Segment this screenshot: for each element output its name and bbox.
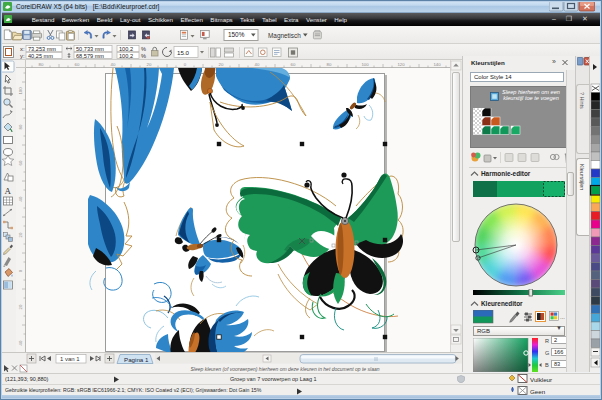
svg-text:40: 40 xyxy=(18,340,23,345)
svg-text:120: 120 xyxy=(397,62,405,67)
svg-text:%: % xyxy=(141,46,146,52)
svg-text:Magnetisch: Magnetisch xyxy=(268,32,301,40)
svg-text:...: ... xyxy=(560,314,565,320)
svg-text:%: % xyxy=(141,53,146,59)
svg-text:A: A xyxy=(5,186,12,196)
svg-text:40: 40 xyxy=(111,62,116,67)
svg-text:0: 0 xyxy=(18,269,23,272)
svg-text:20: 20 xyxy=(219,62,224,67)
svg-text:40: 40 xyxy=(255,62,260,67)
svg-text:100: 100 xyxy=(361,62,369,67)
svg-text:1 van 1: 1 van 1 xyxy=(60,356,80,362)
svg-text:100,2: 100,2 xyxy=(119,46,133,52)
svg-text:20: 20 xyxy=(18,232,23,237)
svg-text:0: 0 xyxy=(184,62,187,67)
svg-text:100: 100 xyxy=(18,87,23,95)
svg-text:80: 80 xyxy=(39,62,44,67)
svg-text:40: 40 xyxy=(18,196,23,201)
svg-text:73,253 mm: 73,253 mm xyxy=(28,46,56,52)
svg-text:150%: 150% xyxy=(228,31,245,38)
svg-text:20: 20 xyxy=(18,304,23,309)
svg-text:Vulkleur: Vulkleur xyxy=(530,376,552,383)
svg-text:50,733 mm: 50,733 mm xyxy=(76,46,104,52)
svg-text:68,579 mm: 68,579 mm xyxy=(76,53,104,59)
svg-text:60: 60 xyxy=(18,160,23,165)
svg-text:60: 60 xyxy=(291,62,296,67)
svg-text:100,2: 100,2 xyxy=(119,53,133,59)
svg-text:80: 80 xyxy=(327,62,332,67)
svg-text:Geen: Geen xyxy=(530,388,546,395)
svg-text:x:: x: xyxy=(20,46,25,52)
svg-text:80: 80 xyxy=(18,124,23,129)
svg-text:15.0: 15.0 xyxy=(177,49,190,56)
svg-text:y:: y: xyxy=(20,53,25,59)
svg-text:40,25 mm: 40,25 mm xyxy=(28,53,53,59)
svg-text:60: 60 xyxy=(75,62,80,67)
svg-text:20: 20 xyxy=(147,62,152,67)
svg-text:140: 140 xyxy=(433,62,441,67)
svg-text:Pagina 1: Pagina 1 xyxy=(124,356,149,363)
